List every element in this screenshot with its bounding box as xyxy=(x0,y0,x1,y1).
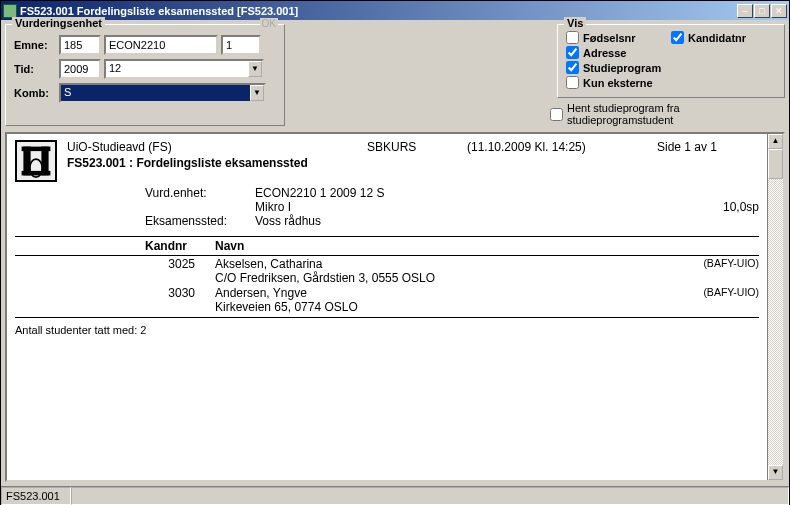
report-title: FS523.001 : Fordelingsliste eksamenssted xyxy=(67,156,759,170)
sted-label: Eksamenssted: xyxy=(145,214,255,228)
report: UiO-Studieavd (FS) SBKURS (11.10.2009 Kl… xyxy=(7,134,767,342)
tid-field-year[interactable] xyxy=(59,59,101,79)
address-row: Kirkeveien 65, 0774 OSLO xyxy=(15,300,759,314)
report-sys: SBKURS xyxy=(367,140,467,154)
fodselsnr-checkbox[interactable]: Fødselsnr xyxy=(566,31,671,44)
maximize-button[interactable]: □ xyxy=(754,4,770,18)
statusbar: FS523.001 xyxy=(1,486,789,504)
tid-label: Tid: xyxy=(14,63,56,75)
chevron-down-icon[interactable]: ▼ xyxy=(250,85,264,101)
close-button[interactable]: ✕ xyxy=(771,4,787,18)
navn-cell: Andersen, Yngve xyxy=(215,286,669,300)
navn-cell: Akselsen, Catharina xyxy=(215,257,669,271)
course-name: Mikro I xyxy=(255,200,699,214)
address-row: C/O Fredriksen, Gårdstien 3, 0555 OSLO xyxy=(15,271,759,285)
chevron-down-icon[interactable]: ▼ xyxy=(248,61,262,77)
kandidatnr-checkbox[interactable]: Kandidatnr xyxy=(671,31,776,44)
scroll-track[interactable] xyxy=(768,179,783,465)
course-score: 10,0sp xyxy=(699,200,759,214)
scroll-up-icon[interactable]: ▲ xyxy=(768,134,783,149)
sted-value: Voss rådhus xyxy=(255,214,759,228)
komb-combo-value: S xyxy=(61,85,250,101)
col-kandnr: Kandnr xyxy=(15,239,215,253)
summary: Antall studenter tatt med: 2 xyxy=(15,324,759,336)
vurd-legend: Vurderingsenhet xyxy=(12,17,105,29)
table-row: 3025Akselsen, Catharina(BAFY-UIO) xyxy=(15,256,759,271)
tid-combo-value: 12 xyxy=(106,61,248,77)
scroll-down-icon[interactable]: ▼ xyxy=(768,465,783,480)
vurdenhet-label: Vurd.enhet: xyxy=(145,186,255,200)
svg-rect-3 xyxy=(22,171,51,176)
emne-field-1[interactable] xyxy=(59,35,101,55)
table-row: 3030Andersen, Yngve(BAFY-UIO) xyxy=(15,285,759,300)
ok-label: OK xyxy=(260,18,278,29)
kun-eksterne-checkbox[interactable]: Kun eksterne xyxy=(566,76,776,89)
hent-checkbox[interactable]: Hent studieprogram fra studieprogramstud… xyxy=(550,102,785,126)
address-cell: C/O Fredriksen, Gårdstien 3, 0555 OSLO xyxy=(215,271,435,285)
vurdenhet-value: ECON2210 1 2009 12 S xyxy=(255,186,759,200)
report-page: Side 1 av 1 xyxy=(657,140,759,154)
kandnr-cell: 3025 xyxy=(15,257,215,271)
komb-label: Komb: xyxy=(14,87,56,99)
report-datetime: (11.10.2009 Kl. 14:25) xyxy=(467,140,657,154)
client-area: Vurderingsenhet OK Emne: Tid: 12 ▼ xyxy=(1,20,789,486)
emne-label: Emne: xyxy=(14,39,56,51)
address-cell: Kirkeveien 65, 0774 OSLO xyxy=(215,300,358,314)
scroll-thumb[interactable] xyxy=(768,149,783,179)
adresse-checkbox[interactable]: Adresse xyxy=(566,46,776,59)
vertical-scrollbar[interactable]: ▲ ▼ xyxy=(767,134,783,480)
report-frame: UiO-Studieavd (FS) SBKURS (11.10.2009 Kl… xyxy=(5,132,785,482)
window-title: FS523.001 Fordelingsliste eksamenssted [… xyxy=(20,5,737,17)
kandnr-cell: 3030 xyxy=(15,286,215,300)
status-text: FS523.001 xyxy=(1,487,71,505)
tid-combo[interactable]: 12 ▼ xyxy=(104,59,264,79)
vis-legend: Vis xyxy=(564,17,586,29)
col-navn: Navn xyxy=(215,239,669,253)
vurderingsenhet-group: Vurderingsenhet OK Emne: Tid: 12 ▼ xyxy=(5,24,285,126)
titlebar[interactable]: FS523.001 Fordelingsliste eksamenssted [… xyxy=(1,1,789,20)
komb-combo[interactable]: S ▼ xyxy=(59,83,266,103)
prog-cell: (BAFY-UIO) xyxy=(669,257,759,271)
prog-cell: (BAFY-UIO) xyxy=(669,286,759,300)
studieprogram-checkbox[interactable]: Studieprogram xyxy=(566,61,776,74)
app-window: FS523.001 Fordelingsliste eksamenssted [… xyxy=(0,0,790,505)
vis-group: Vis Fødselsnr Kandidatnr Adresse Studiep… xyxy=(557,24,785,98)
app-icon xyxy=(3,4,17,18)
report-org: UiO-Studieavd (FS) xyxy=(67,140,367,154)
svg-rect-2 xyxy=(22,147,51,152)
minimize-button[interactable]: – xyxy=(737,4,753,18)
emne-field-3[interactable] xyxy=(221,35,261,55)
emne-field-2[interactable] xyxy=(104,35,218,55)
report-logo xyxy=(15,140,57,182)
